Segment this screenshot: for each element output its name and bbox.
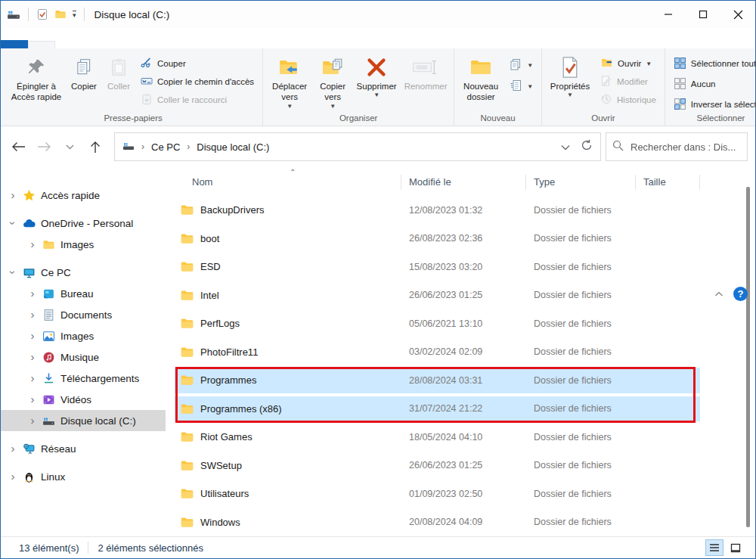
divider: [84, 8, 85, 21]
pin-to-quick-access-button[interactable]: Épingler à Accès rapide: [7, 51, 66, 103]
sidebar-item[interactable]: › Images: [1, 234, 166, 255]
recent-locations-chevron-icon[interactable]: [57, 134, 82, 160]
ribbon-tab[interactable]: [1, 40, 28, 48]
expander-chevron-icon[interactable]: ›: [8, 219, 17, 228]
ribbon-group-organize: Déplacer vers ▼ Copier vers ▼ Supprimer …: [262, 48, 454, 126]
cloud-icon: [23, 217, 36, 230]
sidebar-item[interactable]: › Réseau: [1, 438, 166, 459]
file-row[interactable]: Utilisateurs 01/09/2023 02:50 Dossier de…: [175, 480, 700, 508]
paste-shortcut-button[interactable]: Coller le raccourci: [138, 92, 256, 108]
close-button[interactable]: [720, 1, 755, 28]
open-button[interactable]: Ouvrir ▼: [598, 55, 658, 72]
edit-button[interactable]: Modifier: [598, 73, 658, 90]
properties-quick-button[interactable]: [36, 8, 48, 20]
sidebar-item[interactable]: › Images: [1, 325, 166, 346]
expander-chevron-icon[interactable]: ›: [28, 352, 37, 362]
expander-chevron-icon[interactable]: ›: [28, 289, 37, 298]
expander-chevron-icon[interactable]: ›: [8, 472, 17, 481]
folder-icon: [180, 203, 194, 217]
file-name: Utilisateurs: [200, 488, 249, 499]
minimize-button[interactable]: [651, 1, 686, 28]
maximize-button[interactable]: [686, 1, 720, 28]
group-label-open: Ouvrir: [542, 113, 665, 126]
file-row[interactable]: PerfLogs 05/06/2021 13:10 Dossier de fic…: [175, 309, 700, 338]
customize-toolbar-dropdown-icon[interactable]: ▾: [73, 11, 76, 18]
video-icon: [42, 393, 55, 406]
sidebar-item[interactable]: › Accès rapide: [1, 185, 166, 206]
delete-button[interactable]: Supprimer ▼: [352, 51, 401, 98]
sidebar-item[interactable]: › Disque local (C:): [1, 410, 166, 431]
file-row[interactable]: BackupDrivers 12/08/2023 01:32 Dossier d…: [175, 196, 700, 225]
expander-chevron-icon[interactable]: ›: [8, 444, 17, 453]
quick-access-toolbar: ▾: [7, 8, 87, 21]
star-icon: [23, 189, 36, 202]
sidebar-item[interactable]: › Bureau: [1, 283, 166, 304]
sidebar-item[interactable]: › Vidéos: [1, 389, 166, 410]
file-type: Dossier de fichiers: [526, 205, 636, 216]
drive-icon: [122, 140, 135, 154]
file-name: Riot Games: [200, 431, 253, 443]
expander-chevron-icon[interactable]: ›: [28, 395, 37, 404]
new-item-button[interactable]: ▼: [507, 57, 535, 73]
expander-chevron-icon[interactable]: ›: [28, 331, 37, 340]
forward-icon[interactable]: [31, 134, 57, 160]
file-row[interactable]: boot 26/08/2023 02:36 Dossier de fichier…: [175, 225, 700, 253]
rename-button[interactable]: Renommer: [401, 51, 451, 92]
file-row[interactable]: Windows 20/08/2024 04:09 Dossier de fich…: [175, 508, 700, 537]
properties-icon: [560, 54, 580, 81]
sidebar-item[interactable]: › Documents: [1, 304, 166, 325]
copy-to-button[interactable]: Copier vers ▼: [313, 51, 352, 109]
column-header-type[interactable]: Type: [526, 175, 636, 190]
file-name: BackupDrivers: [200, 204, 265, 216]
new-folder-quick-button[interactable]: [54, 8, 67, 20]
ribbon-tab[interactable]: [55, 42, 81, 48]
ribbon-tab[interactable]: [28, 41, 55, 48]
properties-button[interactable]: Propriétés ▼: [545, 51, 595, 98]
address-bar[interactable]: › Ce PC › Disque local (C:): [114, 132, 601, 161]
column-header-name[interactable]: Nom: [175, 175, 401, 190]
file-row[interactable]: SWSetup 26/06/2023 01:25 Dossier de fich…: [175, 452, 700, 480]
file-row[interactable]: Intel 26/06/2023 01:25 Dossier de fichie…: [175, 281, 700, 310]
file-name: Programmes (x86): [200, 403, 282, 415]
help-icon[interactable]: ?: [733, 287, 748, 301]
move-to-button[interactable]: Déplacer vers ▼: [266, 51, 313, 109]
copy-button[interactable]: Copier: [66, 51, 102, 92]
column-header-modified[interactable]: Modifié le: [401, 175, 526, 190]
sidebar-item[interactable]: › OneDrive - Personal: [1, 213, 166, 234]
expander-chevron-icon[interactable]: ›: [8, 268, 17, 277]
sidebar-item[interactable]: › Téléchargements: [1, 368, 166, 389]
expander-chevron-icon[interactable]: ›: [28, 416, 37, 425]
back-icon[interactable]: [5, 134, 31, 160]
ribbon-group-clipboard: Épingler à Accès rapide Copier Coller Co…: [1, 48, 262, 126]
expander-chevron-icon[interactable]: ›: [28, 310, 37, 319]
sidebar-item[interactable]: › Linux: [1, 466, 166, 487]
easy-access-button[interactable]: ▼: [507, 78, 535, 95]
file-row[interactable]: PhotoFiltre11 03/02/2024 02:09 Dossier d…: [175, 338, 700, 367]
file-row[interactable]: ESD 15/08/2023 03:20 Dossier de fichiers: [175, 253, 700, 281]
address-dropdown-chevron-icon[interactable]: [561, 140, 570, 154]
folder-icon: [180, 430, 194, 444]
expander-chevron-icon[interactable]: ›: [28, 240, 37, 249]
new-folder-button[interactable]: Nouveau dossier: [457, 51, 504, 103]
up-icon[interactable]: [82, 134, 108, 160]
breadcrumb-item-ce-pc[interactable]: Ce PC: [151, 141, 180, 153]
file-row[interactable]: Programmes (x86) 31/07/2024 21:22 Dossie…: [175, 395, 700, 424]
history-button[interactable]: Historique: [598, 92, 658, 108]
collapse-ribbon-icon[interactable]: [714, 287, 723, 300]
expander-chevron-icon[interactable]: ›: [8, 191, 17, 200]
breadcrumb-item-disque-local[interactable]: Disque local (C:): [197, 141, 269, 153]
file-row[interactable]: Programmes 28/08/2024 03:31 Dossier de f…: [175, 366, 700, 395]
expander-chevron-icon[interactable]: ›: [28, 374, 37, 383]
file-type: Dossier de fichiers: [526, 346, 636, 357]
paste-button[interactable]: Coller: [102, 51, 135, 92]
file-modified: 05/06/2021 13:10: [401, 318, 526, 329]
refresh-icon[interactable]: [581, 139, 593, 154]
sidebar-item[interactable]: › Ce PC: [1, 262, 166, 283]
ribbon-tab[interactable]: [81, 42, 107, 48]
cut-button[interactable]: Couper: [138, 55, 256, 72]
file-row[interactable]: Riot Games 18/05/2024 04:10 Dossier de f…: [175, 423, 700, 452]
column-header-size[interactable]: Taille: [636, 175, 700, 190]
sidebar-item[interactable]: › Musique: [1, 346, 166, 368]
folder-icon: [180, 373, 194, 387]
copy-path-button[interactable]: Copier le chemin d'accès: [138, 73, 256, 90]
